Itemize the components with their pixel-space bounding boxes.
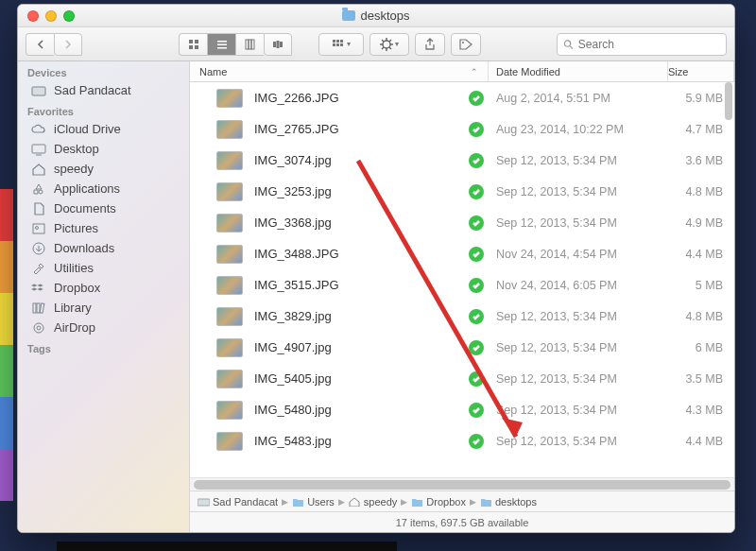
- synced-badge-icon: [469, 309, 484, 324]
- synced-badge-icon: [469, 91, 484, 106]
- svg-rect-15: [340, 40, 343, 43]
- path-item[interactable]: Sad Pandacat: [198, 496, 278, 508]
- status-bar: 17 items, 697.5 GB available: [190, 511, 734, 532]
- sidebar-item-downloads[interactable]: Downloads: [18, 238, 189, 258]
- svg-rect-2: [189, 45, 193, 49]
- synced-badge-icon: [469, 278, 484, 293]
- zoom-button[interactable]: [63, 10, 75, 22]
- sidebar-group-header: Favorites: [18, 100, 189, 119]
- view-coverflow-button[interactable]: [264, 33, 292, 56]
- file-date: Aug 23, 2014, 10:22 PM: [489, 123, 668, 136]
- path-item[interactable]: Users: [292, 496, 335, 508]
- svg-point-41: [34, 323, 43, 333]
- file-list[interactable]: IMG_2266.JPGAug 2, 2014, 5:51 PM5.9 MBIM…: [190, 82, 734, 477]
- file-name: IMG_5405.jpg: [254, 371, 332, 386]
- file-thumbnail: [216, 182, 243, 201]
- home-icon: [31, 163, 46, 176]
- action-button[interactable]: ▾: [369, 33, 409, 56]
- file-size: 4.4 MB: [668, 435, 734, 448]
- forward-button[interactable]: [54, 33, 82, 56]
- synced-badge-icon: [469, 371, 484, 387]
- view-icons-button[interactable]: [179, 33, 207, 56]
- sidebar-item-library[interactable]: Library: [18, 298, 189, 318]
- column-name-label: Name: [199, 66, 227, 77]
- file-row[interactable]: IMG_5405.jpgSep 12, 2013, 5:34 PM3.5 MB: [190, 363, 734, 394]
- path-separator-icon: ▶: [470, 497, 476, 507]
- svg-rect-39: [40, 302, 44, 312]
- sidebar-item-speedy[interactable]: speedy: [18, 159, 189, 179]
- file-thumbnail: [216, 432, 243, 451]
- sidebar-item-documents[interactable]: Documents: [18, 198, 189, 218]
- scrollbar-knob[interactable]: [194, 480, 730, 490]
- search-input[interactable]: [578, 38, 720, 51]
- sidebar-item-label: Applications: [54, 181, 120, 196]
- column-size-label: Size: [668, 66, 688, 77]
- column-date[interactable]: Date Modified: [489, 61, 668, 81]
- view-seg: [179, 33, 292, 56]
- sidebar-item-icloud-drive[interactable]: iCloud Drive: [18, 119, 189, 139]
- search-field[interactable]: [557, 33, 727, 56]
- sidebar-item-desktop[interactable]: Desktop: [18, 139, 189, 159]
- finder-window: desktops ▾ ▾ DevicesSad PandacatFavorite…: [17, 4, 735, 533]
- svg-line-30: [570, 45, 573, 48]
- path-separator-icon: ▶: [282, 497, 288, 507]
- file-name: IMG_5483.jpg: [254, 434, 332, 448]
- file-row[interactable]: IMG_3368.jpgSep 12, 2013, 5:34 PM4.9 MB: [190, 207, 734, 238]
- path-item[interactable]: desktops: [480, 496, 537, 508]
- file-thumbnail: [216, 89, 243, 108]
- sidebar-item-pictures[interactable]: Pictures: [18, 218, 189, 238]
- sidebar-item-utilities[interactable]: Utilities: [18, 258, 189, 278]
- file-name: IMG_2266.JPG: [254, 91, 339, 105]
- scrollbar-horizontal[interactable]: [190, 477, 734, 491]
- file-date: Aug 2, 2014, 5:51 PM: [489, 92, 668, 105]
- sidebar-item-label: Desktop: [54, 142, 99, 156]
- svg-point-19: [383, 41, 390, 48]
- scrollbar-vertical[interactable]: [725, 82, 732, 120]
- file-date: Sep 12, 2013, 5:34 PM: [489, 435, 668, 448]
- sidebar-item-airdrop[interactable]: AirDrop: [18, 318, 189, 337]
- file-row[interactable]: IMG_2765.JPGAug 23, 2014, 10:22 PM4.7 MB: [190, 113, 734, 145]
- sidebar: DevicesSad PandacatFavoritesiCloud Drive…: [18, 61, 190, 532]
- desktop-dock-shadow: [57, 542, 397, 551]
- sidebar-item-label: Documents: [54, 201, 116, 215]
- file-size: 4.4 MB: [668, 248, 734, 261]
- pictures-icon: [31, 222, 46, 235]
- close-button[interactable]: [27, 10, 39, 22]
- arrange-button[interactable]: ▾: [318, 33, 364, 56]
- file-row[interactable]: IMG_5483.jpgSep 12, 2013, 5:34 PM4.4 MB: [190, 425, 734, 456]
- path-item[interactable]: speedy: [349, 496, 397, 508]
- synced-badge-icon: [469, 215, 484, 231]
- share-button[interactable]: [415, 33, 445, 56]
- sidebar-item-sad-pandacat[interactable]: Sad Pandacat: [18, 80, 189, 100]
- sidebar-item-applications[interactable]: Applications: [18, 179, 189, 198]
- file-row[interactable]: IMG_2266.JPGAug 2, 2014, 5:51 PM5.9 MB: [190, 82, 734, 113]
- file-date: Sep 12, 2013, 5:34 PM: [489, 154, 668, 167]
- tags-button[interactable]: [451, 33, 481, 56]
- back-button[interactable]: [26, 33, 54, 56]
- column-size[interactable]: Size: [668, 61, 734, 81]
- path-separator-icon: ▶: [401, 497, 407, 507]
- file-row[interactable]: IMG_3488.JPGNov 24, 2014, 4:54 PM4.4 MB: [190, 238, 734, 269]
- minimize-button[interactable]: [45, 10, 57, 22]
- svg-rect-10: [273, 42, 276, 47]
- svg-line-26: [382, 47, 384, 49]
- file-row[interactable]: IMG_3074.jpgSep 12, 2013, 5:34 PM3.6 MB: [190, 145, 734, 176]
- file-thumbnail: [216, 276, 243, 295]
- file-row[interactable]: IMG_3253.jpgSep 12, 2013, 5:34 PM4.8 MB: [190, 176, 734, 207]
- file-row[interactable]: IMG_3515.JPGNov 24, 2014, 6:05 PM5 MB: [190, 269, 734, 301]
- file-row[interactable]: IMG_5480.jpgSep 12, 2013, 5:34 PM4.3 MB: [190, 394, 734, 425]
- file-size: 3.6 MB: [668, 154, 734, 167]
- column-headers: Name⌃ Date Modified Size: [190, 61, 734, 82]
- titlebar[interactable]: desktops: [18, 5, 734, 27]
- apps-icon: [31, 182, 46, 196]
- svg-rect-13: [333, 40, 335, 43]
- path-item[interactable]: Dropbox: [411, 496, 466, 508]
- window-title: desktops: [342, 9, 409, 23]
- file-row[interactable]: IMG_4907.jpgSep 12, 2013, 5:34 PM6 MB: [190, 332, 734, 363]
- file-row[interactable]: IMG_3829.jpgSep 12, 2013, 5:34 PM4.8 MB: [190, 301, 734, 332]
- view-columns-button[interactable]: [235, 33, 264, 56]
- view-list-button[interactable]: [207, 33, 235, 56]
- column-name[interactable]: Name⌃: [190, 61, 489, 81]
- sidebar-item-dropbox[interactable]: Dropbox: [18, 278, 189, 298]
- file-thumbnail: [216, 214, 243, 232]
